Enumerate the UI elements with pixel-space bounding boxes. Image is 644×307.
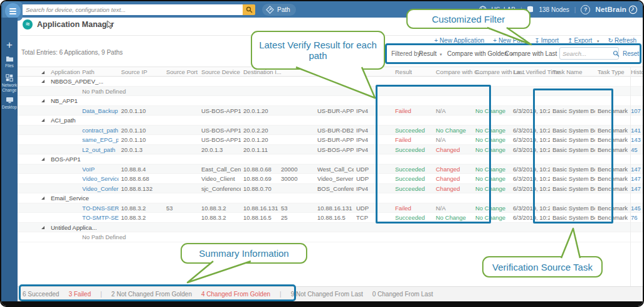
column-header-application[interactable]: Application [51,68,80,75]
path-link[interactable]: Data_Backup [82,106,119,116]
sidebar-item-add[interactable]: + [1,39,18,51]
cell-dest_device: BOS_Conference... [317,184,354,194]
cell-source_device: sjc_Conference_... [201,184,241,194]
window-bottom-edge [1,301,643,307]
path-link[interactable]: Video_Conferen... [82,184,119,194]
no-path-defined-label: No Path Defined [82,87,157,97]
path-link[interactable]: same_EPG_path [82,135,119,145]
cell-dest_ip: 10.88.0.70 [243,184,278,194]
cell-dest_device: US-BUR-DB2 [317,126,354,136]
history-link[interactable]: 147 [631,164,644,175]
cell-source_device: Video_Client [201,174,241,184]
hamburger-menu-button[interactable] [5,3,21,19]
network-change-icon [6,74,13,82]
app-window: Path US_LAB | 138 Nodes | ? NetBrain + F… [0,0,644,307]
path-link[interactable]: L2_out_path [82,145,119,155]
path-link[interactable]: TO-DNS-SERVER [82,203,119,213]
search-icon [246,6,253,13]
application-manager-icon: ≈ [23,19,33,30]
cell-source_ip: 10.88.8.132 [121,184,164,194]
column-header-source_ip[interactable]: Source IP [121,68,147,75]
column-header-source_device[interactable]: Source Device [201,68,240,75]
hamburger-icon [9,8,16,9]
collapse-group-icon[interactable] [41,99,45,102]
cell-source_device: 20.0.1.3 [201,145,241,155]
sidebar-item-network-change[interactable]: Network Change [1,74,18,92]
no-path-defined-label: No Path Defined [82,232,157,242]
collapse-group-icon[interactable] [41,197,45,200]
highlight-task-columns [533,89,613,224]
cell-source_device: 10.88.3.2 [201,203,241,213]
application-group-label: NBBOS_APDEV_... [51,77,126,87]
history-link[interactable]: 45 [631,145,644,155]
cell-dest_ip: 20.0.1.20 [243,135,278,145]
path-link[interactable]: VoIP [82,164,119,175]
files-icon [6,55,14,62]
cell-source_device: US-BOS-APP1 [201,135,241,145]
cell-source_device: East_Call_Center [201,164,241,175]
highlight-result-columns [376,85,491,224]
column-header-source_port[interactable]: Source Port [166,68,198,75]
page-title: Application Manager [37,20,114,29]
collapse-group-icon[interactable] [41,119,45,122]
callout-verification-source-task: Verification Source Task [482,256,603,277]
path-button-label: Path [277,6,290,13]
collapse-group-icon[interactable] [41,226,45,229]
highlight-summary-bar [19,284,296,301]
help-icon[interactable]: ? [581,5,590,14]
cell-source_device: US-BOS-APP1 [201,126,241,136]
cell-source_ip: 10.88.8.68 [121,174,164,184]
path-link[interactable]: contract_path [82,126,119,136]
history-link[interactable]: 76 [631,213,644,223]
mouse-cursor [107,20,114,30]
cell-dest_device: West_Call_Center [317,164,354,175]
cell-dest_port: 25 [281,213,315,223]
column-header-path[interactable]: Path [82,68,95,75]
application-group-row[interactable]: Untitled Applica... [18,223,643,233]
cell-dest_ip: 10.88.0.68 [243,164,278,175]
callout-tail-filter [483,26,534,48]
global-search-button[interactable] [243,4,255,15]
summary-stat: 9 Not Changed From Last [291,291,363,298]
column-header-result[interactable]: Result [395,68,412,75]
column-header-history[interactable]: History [631,68,644,75]
path-link[interactable]: TO-SMTP-SERVER [82,213,119,223]
chevron-down-icon: ▾ [597,39,599,43]
application-group-label: Untitled Applica... [51,223,126,233]
column-header-task_name[interactable]: Task Name [552,68,583,75]
cell-dest_ip: 10.88.16.131 [243,203,278,213]
history-link[interactable]: 141 [631,126,644,136]
callout-tail-result [290,64,381,102]
nodes-count[interactable]: 138 Nodes [539,6,569,13]
sidebar-item-files[interactable]: Files [1,55,18,68]
plus-icon: + [6,39,13,51]
path-link[interactable]: Video_Service [82,174,119,184]
collapse-all-icon[interactable] [41,71,45,74]
total-entries: Total Entries: 6 Applications, 9 Paths [21,49,123,56]
cell-source_ip: 20.0.1.10 [121,106,164,116]
history-link[interactable]: 147 [631,184,644,194]
sidebar-item-label: Network Change [1,83,18,92]
cell-dest_device: Video_Server [317,174,354,184]
cell-source_ip: 20.0.1.3 [121,145,164,155]
cell-source_device: 10.88.3.2 [201,213,241,223]
collapse-group-icon[interactable] [41,158,45,161]
callout-tail-summary [183,259,255,285]
cell-source_ip: 20.0.1.10 [121,135,164,145]
cell-dest_device: 10.88.16.131 [317,203,354,213]
cell-dest_port: 53 [281,203,315,213]
netbrain-logo: NetBrain [595,5,638,14]
history-link[interactable]: 145 [631,203,644,213]
collapse-group-icon[interactable] [41,80,45,83]
cell-dest_device: US-BUR-APP1 [317,135,354,145]
table-row[interactable]: No Path Defined [18,232,643,242]
sidebar-item-desktop[interactable]: Desktop [1,97,18,110]
application-group-label: NB_APP1 [51,96,126,106]
column-header-task_type[interactable]: Task Type [598,68,625,75]
global-search-input[interactable] [22,4,243,15]
history-link[interactable]: 107 [631,106,644,116]
history-link[interactable]: 143 [631,135,644,145]
history-link[interactable]: 147 [631,174,644,184]
path-button[interactable]: Path [262,4,296,16]
application-group-label: Email_Service [51,193,126,203]
